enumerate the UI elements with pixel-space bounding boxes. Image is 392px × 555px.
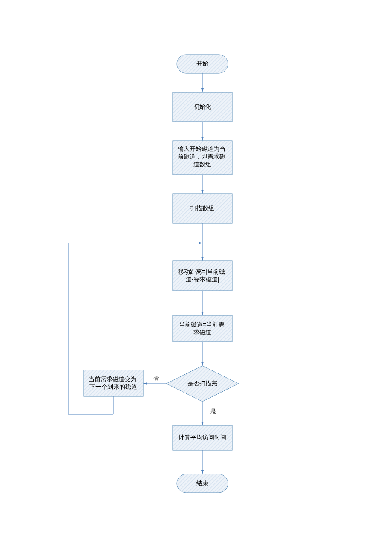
- edge-label-yes: 是: [210, 408, 216, 414]
- node-decide: 是否扫描完: [166, 366, 239, 402]
- node-end-label: 结束: [196, 480, 208, 486]
- node-start: 开始: [177, 55, 228, 73]
- node-scan-label: 扫描数组: [190, 205, 214, 211]
- node-init-label: 初始化: [193, 103, 211, 110]
- node-next: 当前需求磁道变为 下一个到来的磁道: [84, 370, 143, 396]
- node-input: 输入开始磁道为当 前磁道，即需求磁 道数组: [173, 141, 232, 175]
- flowchart-canvas: 开始 初始化 输入开始磁道为当 前磁道，即需求磁 道数组 扫描数组 移动距离=|…: [0, 0, 392, 555]
- node-init: 初始化: [173, 92, 232, 122]
- node-assign: 当前磁道=当前需 求磁道: [173, 315, 232, 342]
- node-end: 结束: [177, 474, 228, 493]
- node-avg-label: 计算平均访问时间: [179, 434, 226, 441]
- node-dist: 移动距离=|当前磁 道-需求磁道|: [173, 261, 232, 291]
- node-start-label: 开始: [196, 60, 208, 67]
- node-decide-label: 是否扫描完: [187, 380, 217, 387]
- node-avg: 计算平均访问时间: [173, 425, 232, 450]
- edge-label-no: 否: [153, 375, 159, 381]
- node-scan: 扫描数组: [173, 194, 232, 223]
